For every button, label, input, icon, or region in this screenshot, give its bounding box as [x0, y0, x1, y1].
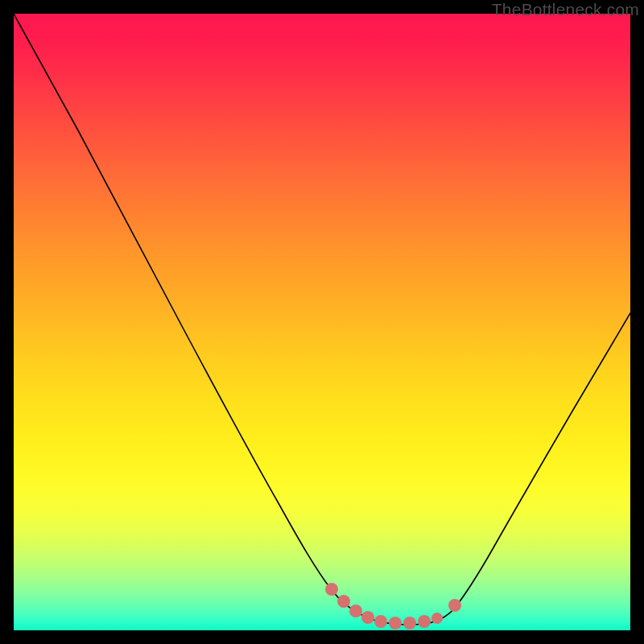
trough-dot [418, 615, 431, 628]
trough-dot [337, 595, 350, 608]
trough-dot [374, 615, 387, 628]
trough-dot-right [448, 599, 461, 612]
chart-stage: TheBottleneck.com [0, 0, 644, 644]
watermark-credit: TheBottleneck.com [492, 0, 639, 19]
trough-dot [361, 611, 374, 624]
trough-dot [349, 605, 362, 617]
trough-marker-group [325, 583, 461, 630]
trough-dot [389, 617, 402, 630]
bottleneck-curve [14, 14, 630, 625]
chart-plot-area [14, 14, 630, 630]
trough-dot [325, 583, 338, 596]
trough-dot [403, 617, 416, 630]
chart-svg [14, 14, 630, 630]
trough-dot [431, 613, 443, 624]
